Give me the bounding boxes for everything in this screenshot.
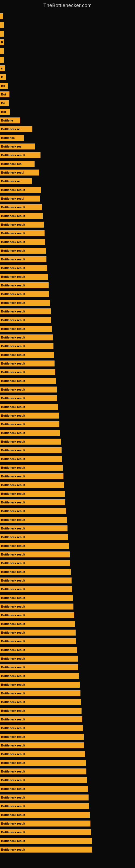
bar-row: Bottleneck result — [0, 151, 135, 159]
bar-item: Bottleneck result — [0, 239, 45, 245]
bar-item: Bottleneck res — [0, 161, 35, 167]
bar-label: Bottleneck result — [1, 405, 25, 408]
bar-label: Bottleneck result — [1, 605, 25, 608]
bar-item: Bottleneck re — [0, 126, 32, 132]
bar-label: Bottleneck result — [1, 275, 25, 278]
bar-item: Bottleneck result — [0, 412, 59, 418]
bar-label: Bottleneck result — [1, 397, 25, 400]
bar-item: Bottleneck result — [0, 187, 41, 193]
bar-label: Bottleneck result — [1, 388, 25, 391]
bar-label: Bottleneck result — [1, 501, 25, 504]
bar-label: Bottleneck result — [1, 631, 25, 634]
bar-item: Bottleneck result — [0, 578, 72, 584]
bar-row: Bottleneck result — [0, 238, 135, 246]
bar-item: Bottleneck result — [0, 552, 70, 557]
bar-label: Bottleneck result — [1, 701, 25, 704]
bar-item: Bottleneck result — [0, 708, 82, 714]
bar-label: Bottleneck result — [1, 292, 25, 296]
bar-item: Bottleneck result — [0, 308, 51, 314]
bar-row: Bottleneck result — [0, 846, 135, 854]
bar-row: B — [0, 73, 135, 81]
bar-row: Bottleneck result — [0, 733, 135, 741]
bar-row: Bottleneck result — [0, 516, 135, 524]
bar-item: Bottleneck result — [0, 343, 53, 349]
bar-label: Bottleneck result — [1, 353, 25, 356]
bar-row: Bottleneck result — [0, 672, 135, 680]
bar-label: Bottleneck result — [1, 665, 25, 669]
bar-label: R — [1, 41, 3, 44]
bar-label: Bot — [1, 93, 6, 96]
bar-item: Bottleneck result — [0, 248, 46, 254]
bar-item: Bottleneck result — [0, 560, 70, 566]
bar-row: Bottleneck result — [0, 334, 135, 341]
bar-item: Bottleneck result — [0, 742, 84, 748]
bar-item: Bottleneck result — [0, 664, 78, 670]
bar-row: Bottleneck result — [0, 707, 135, 714]
bar-row — [0, 47, 135, 55]
bar-label: Bottleneck result — [1, 674, 25, 678]
bar-label: Bottleneck result — [1, 709, 25, 712]
bar-label: Bottleneck result — [1, 327, 25, 330]
bar-row: Bottleneck result — [0, 742, 135, 749]
bar-row: Bottleneck result — [0, 299, 135, 307]
bar-label: Bottleneck result — [1, 778, 25, 782]
bar-label: Bottlenec — [1, 136, 14, 140]
bar-row: Bottleneck resul — [0, 169, 135, 176]
bar-item: Bottleneck result — [0, 473, 63, 479]
bar-row — [0, 30, 135, 37]
bar-row: Bottleneck result — [0, 611, 135, 619]
bar-label: Bottleneck result — [1, 492, 25, 495]
bar-row: Bottleneck result — [0, 325, 135, 333]
bar-row: Bottleneck result — [0, 820, 135, 827]
bar-row: Bottleneck result — [0, 828, 135, 836]
bar-row: Bottleneck result — [0, 429, 135, 437]
bar-row: Bottleneck result — [0, 776, 135, 784]
bar-row: Bottleneck result — [0, 351, 135, 359]
bar-item: Bo — [0, 100, 9, 106]
bar-row: Bottleneck result — [0, 282, 135, 289]
bar-item: Bottleneck result — [0, 829, 91, 835]
bar-label: Bottleneck resul — [1, 197, 24, 200]
bar-row: Bottleneck result — [0, 499, 135, 506]
bar-row: Bottleneck re — [0, 125, 135, 133]
bar-item — [0, 13, 3, 19]
bar-row: Bottleneck result — [0, 212, 135, 220]
bar-label: Bottleneck result — [1, 553, 25, 556]
bar-label: Bottleneck resul — [1, 171, 24, 174]
bar-item: Bo — [0, 83, 8, 89]
bar-label: Bottleneck result — [1, 561, 25, 565]
bar-row: Bottleneck result — [0, 802, 135, 810]
bar-row: Bottleneck result — [0, 716, 135, 723]
bar-row: Bottleneck result — [0, 785, 135, 793]
bar-row: Bottleneck result — [0, 724, 135, 732]
bar-label: Bottleneck result — [1, 752, 25, 756]
bar-row: Bottleneck result — [0, 646, 135, 654]
bar-item: Bot — [0, 91, 9, 97]
bar-label: Bottleneck result — [1, 206, 25, 209]
site-title: TheBottlenecker.com — [0, 0, 135, 10]
bar-item: Bottleneck result — [0, 543, 69, 549]
bar-label: Bottleneck result — [1, 240, 25, 244]
bar-item: Bottleneck result — [0, 317, 51, 323]
bar-row: Bottleneck result — [0, 551, 135, 558]
bar-item: Bottleneck result — [0, 386, 57, 393]
bar-row: Bottleneck res — [0, 143, 135, 150]
bar-row: Bottleneck result — [0, 316, 135, 324]
bar-item: Bottleneck result — [0, 638, 76, 644]
bar-label: Bottleneck result — [1, 188, 25, 191]
bar-item: B — [0, 74, 6, 80]
bar-label: Bottleneck result — [1, 423, 25, 426]
bar-label: Bottleneck result — [1, 466, 25, 469]
bar-item: Bottleneck result — [0, 725, 83, 731]
bar-row: Bottlenec — [0, 134, 135, 142]
bar-label: Bottleneck result — [1, 509, 25, 513]
bar-label: Bot — [1, 110, 6, 113]
bar-item: Bottleneck result — [0, 430, 60, 436]
bar-row: Bottleneck result — [0, 811, 135, 818]
bar-label: Bottleneck re — [1, 127, 20, 131]
bar-label: Bottleneck result — [1, 839, 25, 842]
bar-label: Bottleneck result — [1, 744, 25, 747]
bar-item: Bottlenec — [0, 135, 24, 141]
bar-item: Bottleneck resul — [0, 195, 40, 202]
bar-item: Bottleneck result — [0, 690, 81, 696]
